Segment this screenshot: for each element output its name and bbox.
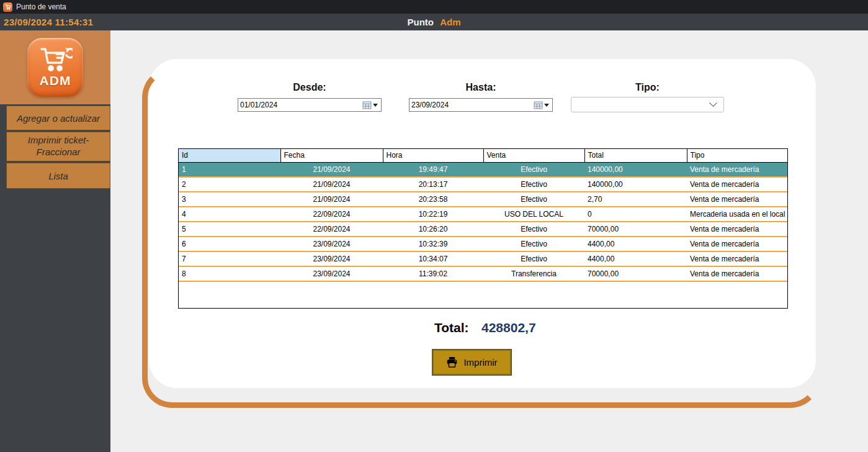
table-row[interactable]: 823/09/202411:39:02Transferencia70000,00… [179,266,787,281]
adm-logo: ADM [27,38,83,97]
logo-area: ADM [0,30,110,104]
brand-accent: Adm [440,17,460,27]
table-cell: Venta de mercadería [687,177,787,192]
window-titlebar: Punto de venta [0,0,868,14]
print-button[interactable]: Imprimir [432,350,511,375]
table-cell: 20:23:58 [383,192,483,207]
desde-datepicker[interactable]: 01/01/2024 [238,98,382,112]
app-topbar: 23/09/2024 11:54:31 Punto Adm [0,14,868,30]
total-label: Total: [434,320,469,335]
table-cell: Transferencia [483,266,584,281]
brand-title: Punto Adm [0,17,868,27]
table-cell: 22/09/2024 [280,207,383,222]
sidebar-item-agregar-o-actualizar[interactable]: Agregar o actualizar [6,106,110,130]
table-cell: 140000,00 [584,177,687,192]
table-cell: 11:39:02 [383,266,483,281]
table-cell: 4 [179,207,280,222]
logo-text: ADM [40,73,71,88]
table-row[interactable]: 121/09/202419:49:47Efectivo140000,00Vent… [179,162,787,177]
table-cell: Efectivo [483,222,584,237]
table-cell: 7 [179,251,280,266]
table-cell: 23/09/2024 [280,266,383,281]
column-header-id[interactable]: Id [179,149,280,162]
table-cell: 5 [179,222,280,237]
app-icon [3,2,12,12]
table-cell: 8 [179,266,280,281]
printer-icon [446,357,458,368]
chevron-down-icon [544,104,549,107]
total-value: 428802,7 [481,320,536,335]
table-row[interactable]: 221/09/202420:13:17Efectivo140000,00Vent… [179,177,787,192]
table-cell: 23/09/2024 [280,251,383,266]
column-header-fecha[interactable]: Fecha [280,149,383,162]
print-button-label: Imprimir [463,357,497,368]
calendar-icon [362,101,372,109]
column-header-total[interactable]: Total [584,149,687,162]
hasta-label: Hasta: [409,82,553,93]
table-row[interactable]: 623/09/202410:32:39Efectivo4400,00Venta … [179,237,787,251]
table-cell: 70000,00 [584,222,687,237]
table-cell: Efectivo [483,162,584,177]
sidebar-item-label: Agregar o actualizar [17,113,100,124]
desde-label: Desde: [238,82,382,93]
table-cell: 21/09/2024 [280,192,383,207]
table-header-row: Id Fecha Hora Venta Total Tipo [179,149,787,162]
sidebar-item-label: Lista [48,171,68,181]
hasta-value: 23/09/2024 [411,101,449,109]
table-cell: Venta de mercadería [687,237,787,251]
sidebar-item-label: Imprimir ticket-Fraccionar [12,135,105,158]
column-header-venta[interactable]: Venta [483,149,584,162]
sidebar-item-imprimir-ticket-fraccionar[interactable]: Imprimir ticket-Fraccionar [6,132,110,161]
table-cell: Efectivo [483,192,584,207]
table-cell: 19:49:47 [383,162,483,177]
table-cell: 4400,00 [584,251,687,266]
table-cell: 21/09/2024 [280,162,383,177]
table-cell: 0 [584,207,687,222]
column-header-hora[interactable]: Hora [383,149,483,162]
window-title: Punto de venta [16,2,66,11]
table-row[interactable]: 321/09/202420:23:58Efectivo2,70Venta de … [179,192,787,207]
table-cell: Mercaderia usada en el local [687,207,787,222]
table-cell: 23/09/2024 [280,237,383,251]
sales-table: Id Fecha Hora Venta Total Tipo 121/09/20… [178,148,788,309]
table-cell: 2 [179,177,280,192]
column-header-tipo[interactable]: Tipo [687,149,787,162]
table-cell: 10:26:20 [383,222,483,237]
calendar-icon [534,101,543,109]
hasta-datepicker[interactable]: 23/09/2024 [409,98,553,112]
sidebar-item-lista[interactable]: Lista [6,163,110,189]
table-cell: Efectivo [483,251,584,266]
table-cell: 70000,00 [584,266,687,281]
table-cell: Venta de mercadería [687,251,787,266]
table-cell: 10:34:07 [383,251,483,266]
main-area: Desde: 01/01/2024 Hasta: 23/09/2024 Tipo… [110,30,868,452]
table-cell: 10:22:19 [383,207,483,222]
table-cell: 22/09/2024 [280,222,383,237]
table-cell: Venta de mercadería [687,222,787,237]
table-row[interactable]: 522/09/202410:26:20Efectivo70000,00Venta… [179,222,787,237]
sidebar-menu: Punto de venta Productos Agregar o actua… [0,104,110,189]
table-cell: 6 [179,237,280,251]
desde-value: 01/01/2024 [240,101,277,109]
brand-word: Punto [407,17,434,27]
chevron-down-icon [709,99,717,107]
tipo-label: Tipo: [571,82,724,93]
table-cell: Venta de mercadería [687,192,787,207]
table-cell: 3 [179,192,280,207]
table-cell: 2,70 [584,192,687,207]
report-card: Desde: 01/01/2024 Hasta: 23/09/2024 Tipo… [149,59,816,388]
table-cell: Venta de mercadería [687,162,787,177]
table-cell: 10:32:39 [383,237,483,251]
table-cell: 20:13:17 [383,177,483,192]
table-cell: Venta de mercadería [687,266,787,281]
table-row[interactable]: 422/09/202410:22:19USO DEL LOCAL0Mercade… [179,207,787,222]
table-row[interactable]: 723/09/202410:34:07Efectivo4400,00Venta … [179,251,787,266]
cart-icon [38,47,73,73]
table-cell: 1 [179,162,280,177]
table-cell: 140000,00 [584,162,687,177]
table-cell: USO DEL LOCAL [483,207,584,222]
sidebar: ADM Punto de venta Productos Agregar o a… [0,30,110,452]
table-cell: Efectivo [483,177,584,192]
tipo-select[interactable] [571,97,724,112]
table-cell: Efectivo [483,237,584,251]
